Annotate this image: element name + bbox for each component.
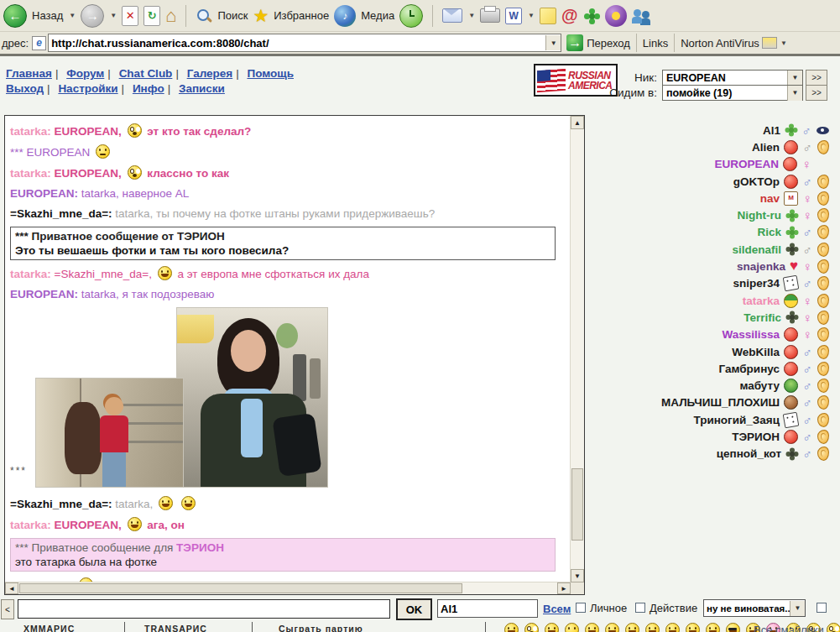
nav-link-help[interactable]: Помощь — [247, 67, 294, 80]
user-name[interactable]: Триногий_Заяц — [693, 414, 780, 426]
user-name[interactable]: nav — [760, 192, 780, 205]
user-list-item[interactable]: gOKTOp♂ — [587, 173, 829, 190]
extra-checkbox[interactable] — [817, 603, 827, 613]
send-ok-button[interactable]: OK — [396, 598, 432, 620]
mood-dropdown-icon[interactable]: ▼ — [790, 601, 805, 616]
search-icon[interactable] — [196, 8, 212, 24]
nick-dropdown-icon[interactable]: ▼ — [787, 71, 802, 86]
grin-smiley-icon[interactable] — [625, 623, 639, 632]
ear-icon[interactable] — [817, 395, 829, 410]
grin-smiley-icon[interactable] — [605, 623, 619, 632]
nav-link-forum[interactable]: Форум — [66, 67, 104, 80]
user-name[interactable]: Alien — [752, 141, 780, 154]
chat-vertical-scrollbar[interactable]: ▲ ▼ — [570, 116, 584, 582]
user-name[interactable]: sniper34 — [733, 277, 780, 290]
nav-link-settings[interactable]: Настройки — [58, 82, 117, 95]
nick-expand-button[interactable]: >> — [806, 70, 827, 86]
ear-icon[interactable] — [817, 175, 829, 189]
message-author[interactable]: EUROPEAN: — [10, 187, 78, 200]
media-button[interactable]: Медиа — [361, 9, 394, 22]
user-list-item[interactable]: Night-ru♀ — [587, 206, 829, 223]
nav-link-gallery[interactable]: Галерея — [187, 67, 233, 80]
ear-icon[interactable] — [817, 327, 829, 342]
footer-tab-3[interactable]: Сыграть партию — [279, 624, 363, 632]
favorites-button[interactable]: Избранное — [274, 9, 329, 22]
ear-icon[interactable] — [817, 379, 829, 393]
room-select[interactable]: помойке (19) ▼ — [662, 85, 803, 101]
user-list-item[interactable]: Rick♂ — [587, 224, 829, 241]
grin-smiley-icon[interactable] — [686, 623, 700, 632]
nav-link-exit[interactable]: Выход — [6, 82, 44, 95]
scroll-down-icon[interactable]: ▼ — [571, 569, 584, 582]
message-input[interactable] — [18, 599, 390, 619]
ear-icon[interactable] — [817, 447, 829, 461]
edit-dropdown-icon[interactable]: ▼ — [528, 12, 535, 19]
mood-select[interactable]: ну не виноватая... ▼ — [703, 599, 806, 617]
photo-child-horse[interactable] — [35, 378, 184, 488]
user-name[interactable]: EUROPEAN — [714, 158, 779, 170]
message-author[interactable]: tatarka: — [10, 125, 51, 138]
ear-icon[interactable] — [817, 430, 829, 444]
print-icon[interactable] — [480, 8, 500, 23]
horizontal-scroll-thumb[interactable] — [19, 583, 462, 593]
back-icon[interactable]: ← — [3, 4, 27, 28]
favorites-icon[interactable]: ★ — [253, 8, 269, 24]
private-checkbox[interactable] — [576, 603, 586, 613]
user-name[interactable]: tatarka — [743, 295, 780, 307]
messenger-people-icon[interactable] — [632, 8, 652, 24]
user-list-item[interactable]: Al1♂ — [587, 122, 829, 138]
norton-antivirus-label[interactable]: Norton AntiVirus — [681, 37, 759, 50]
chat-horizontal-scrollbar[interactable]: ◄ ► — [5, 582, 571, 594]
scroll-up-icon[interactable]: ▲ — [571, 116, 584, 129]
user-name[interactable]: Rick — [757, 226, 781, 238]
nav-link-chatclub[interactable]: Chat Club — [119, 67, 173, 80]
photo-woman-street[interactable] — [176, 307, 328, 488]
user-name[interactable]: МАЛЬЧИШ_ПЛОХИШ — [661, 396, 780, 409]
ear-icon[interactable] — [817, 259, 829, 274]
grin-smiley-icon[interactable] — [645, 623, 660, 632]
user-list-item[interactable]: navM♀ — [587, 190, 829, 206]
ear-icon[interactable] — [817, 140, 829, 154]
user-name[interactable]: мабуту — [739, 379, 780, 392]
user-list-item[interactable]: мабуту♂ — [587, 377, 829, 394]
yahoo-messenger-icon[interactable] — [605, 5, 627, 27]
user-name[interactable]: Terrific — [743, 311, 781, 324]
user-list-item[interactable]: цепной_кот♂ — [587, 446, 829, 462]
media-icon[interactable]: ♪ — [334, 5, 356, 27]
user-name[interactable]: Night-ru — [738, 209, 781, 222]
messenger-note-icon[interactable] — [540, 8, 556, 24]
address-dropdown-icon[interactable]: ▼ — [545, 35, 561, 50]
scroll-left-icon[interactable]: ◄ — [5, 582, 18, 594]
nav-link-notes[interactable]: Записки — [179, 82, 225, 95]
ear-icon[interactable] — [817, 243, 829, 257]
forward-dropdown-icon[interactable]: ▼ — [110, 12, 117, 19]
address-input[interactable] — [49, 36, 545, 50]
shock-smiley-icon[interactable] — [827, 623, 840, 632]
user-list-item[interactable]: tatarka♀ — [587, 292, 829, 309]
user-list-item[interactable]: ТЭРИОН♂ — [587, 428, 829, 445]
user-name[interactable]: gOKTOp — [733, 175, 780, 188]
user-list-item[interactable]: Гамбринус♂ — [587, 360, 829, 377]
back-dropdown-icon[interactable]: ▼ — [69, 12, 76, 19]
ear-icon[interactable] — [817, 208, 829, 222]
mail-icon[interactable] — [442, 8, 462, 23]
ear-icon[interactable] — [817, 294, 829, 308]
user-list-item[interactable]: Триногий_Заяц♂ — [587, 411, 829, 428]
recipient-input[interactable] — [437, 599, 538, 618]
user-name[interactable]: Wassilissa — [722, 328, 780, 341]
cool-smiley-icon[interactable] — [726, 623, 740, 632]
user-list-item[interactable]: Alien♂ — [587, 138, 829, 155]
user-name[interactable]: Al1 — [763, 124, 780, 137]
grin-smiley-icon[interactable] — [665, 623, 680, 632]
mail-dropdown-icon[interactable]: ▼ — [468, 12, 475, 19]
home-icon[interactable]: ⌂ — [165, 8, 176, 24]
send-to-all-link[interactable]: Всем — [543, 603, 571, 615]
icq-icon[interactable] — [583, 8, 600, 24]
user-list-item[interactable]: sildenafil♂ — [587, 241, 829, 258]
ear-icon[interactable] — [817, 191, 829, 206]
user-name[interactable]: snajenka — [737, 260, 785, 273]
user-name[interactable]: WebKilla — [732, 346, 780, 358]
user-list-item[interactable]: Terrific♀ — [587, 309, 829, 326]
message-author[interactable]: tatarka: — [10, 268, 51, 280]
ear-icon[interactable] — [817, 362, 829, 376]
